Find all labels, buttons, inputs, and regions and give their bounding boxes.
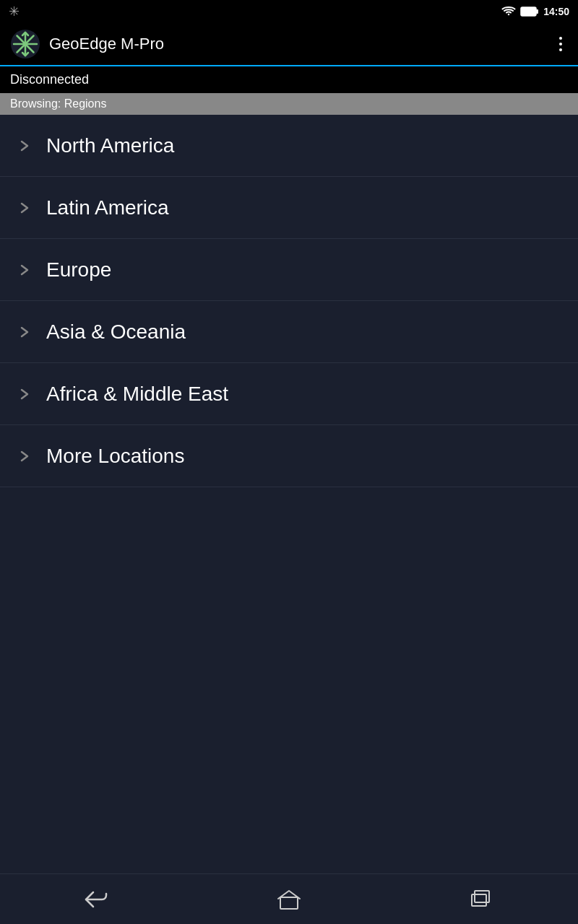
bottom-nav <box>0 873 578 924</box>
connection-status: Disconnected <box>0 66 578 93</box>
chevron-icon <box>14 322 35 342</box>
overflow-dot-1 <box>559 37 562 40</box>
battery-icon <box>520 6 539 17</box>
region-item-europe[interactable]: Europe <box>0 239 578 301</box>
region-name: More Locations <box>46 445 184 468</box>
time-display: 14:50 <box>543 6 569 17</box>
recents-button[interactable] <box>464 881 500 918</box>
region-item-latin-america[interactable]: Latin America <box>0 177 578 239</box>
overflow-dot-2 <box>559 43 562 45</box>
svg-rect-0 <box>521 7 536 16</box>
browsing-bar-text: Browsing: Regions <box>10 97 106 110</box>
wifi-icon <box>501 6 516 17</box>
connection-status-text: Disconnected <box>10 72 89 87</box>
status-left: ✳ <box>9 4 20 19</box>
overflow-dot-3 <box>559 48 562 51</box>
chevron-icon <box>14 136 35 156</box>
chevron-icon <box>14 446 35 466</box>
app-bar: GeoEdge M-Pro <box>0 23 578 66</box>
svg-rect-1 <box>536 9 538 14</box>
app-title: GeoEdge M-Pro <box>49 35 553 53</box>
region-name: Latin America <box>46 196 169 219</box>
region-item-north-america[interactable]: North America <box>0 115 578 177</box>
back-button[interactable] <box>78 881 114 918</box>
chevron-icon <box>14 384 35 404</box>
region-name: Europe <box>46 258 111 282</box>
region-list: North America Latin America Europe Asi <box>0 115 578 873</box>
notification-icon: ✳ <box>9 4 20 19</box>
home-button[interactable] <box>271 881 307 918</box>
status-bar: ✳ 14:50 <box>0 0 578 23</box>
overflow-menu-button[interactable] <box>553 31 568 57</box>
region-name: Africa & Middle East <box>46 383 228 406</box>
chevron-icon <box>14 260 35 280</box>
app-logo <box>10 29 40 59</box>
region-name: North America <box>46 134 174 157</box>
status-right: 14:50 <box>501 6 569 17</box>
svg-rect-11 <box>280 897 298 909</box>
browsing-bar: Browsing: Regions <box>0 93 578 115</box>
region-name: Asia & Oceania <box>46 321 186 344</box>
region-item-asia-oceania[interactable]: Asia & Oceania <box>0 301 578 363</box>
region-item-more-locations[interactable]: More Locations <box>0 425 578 487</box>
chevron-icon <box>14 198 35 218</box>
region-item-africa-middle-east[interactable]: Africa & Middle East <box>0 363 578 425</box>
